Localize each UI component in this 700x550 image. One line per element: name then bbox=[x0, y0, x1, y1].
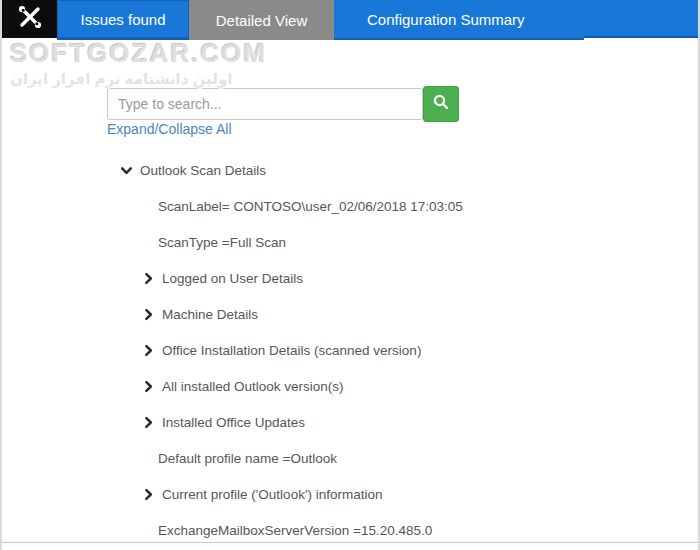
tree-item-machine-details[interactable]: Machine Details bbox=[142, 296, 258, 332]
tab-configuration-summary-label: Configuration Summary bbox=[367, 11, 525, 28]
search-icon bbox=[432, 93, 450, 115]
chevron-right-icon[interactable] bbox=[142, 344, 155, 357]
tree-item-label: Machine Details bbox=[162, 307, 258, 322]
tree-item-label: Installed Office Updates bbox=[162, 415, 305, 430]
tab-issues-found[interactable]: Issues found bbox=[57, 0, 189, 40]
tree-item-label: Current profile ('Outlook') information bbox=[162, 487, 383, 502]
chevron-right-icon[interactable] bbox=[142, 308, 155, 321]
chevron-down-icon[interactable] bbox=[120, 164, 133, 177]
tab-configuration-summary[interactable]: Configuration Summary bbox=[334, 0, 584, 40]
expand-collapse-all-link[interactable]: Expand/Collapse All bbox=[107, 121, 232, 137]
tools-icon bbox=[16, 3, 44, 35]
chevron-right-icon[interactable] bbox=[142, 380, 155, 393]
tree-item-label: All installed Outlook version(s) bbox=[162, 379, 344, 394]
tree-item-default-profile-name: Default profile name =Outlook bbox=[158, 440, 337, 476]
tree-item-label: ExchangeMailboxServerVersion =15.20.485.… bbox=[158, 523, 432, 538]
tree-item-outlook-scan-details[interactable]: Outlook Scan Details bbox=[120, 152, 266, 188]
bottom-divider bbox=[2, 542, 700, 543]
tree-item-logged-on-user-details[interactable]: Logged on User Details bbox=[142, 260, 303, 296]
tree-item-label: Default profile name =Outlook bbox=[158, 451, 337, 466]
chevron-right-icon[interactable] bbox=[142, 272, 155, 285]
tab-issues-found-label: Issues found bbox=[80, 11, 165, 28]
watermark-title: SOFTGOZAR.COM bbox=[10, 38, 267, 69]
chevron-right-icon[interactable] bbox=[142, 416, 155, 429]
tab-detailed-view[interactable]: Detailed View bbox=[189, 0, 334, 40]
tree-item-label: Office Installation Details (scanned ver… bbox=[162, 343, 421, 358]
tree-item-scantype: ScanType =Full Scan bbox=[158, 224, 286, 260]
tree-item-current-profile-information[interactable]: Current profile ('Outlook') information bbox=[142, 476, 383, 512]
tree-item-scanlabel: ScanLabel= CONTOSO\user_02/06/2018 17:03… bbox=[158, 188, 463, 224]
app-menu-button[interactable] bbox=[2, 0, 57, 38]
search-button[interactable] bbox=[423, 86, 459, 122]
chevron-right-icon[interactable] bbox=[142, 488, 155, 501]
tree-item-label: ScanType =Full Scan bbox=[158, 235, 286, 250]
tree-item-installed-office-updates[interactable]: Installed Office Updates bbox=[142, 404, 305, 440]
tree-item-office-installation-details[interactable]: Office Installation Details (scanned ver… bbox=[142, 332, 421, 368]
tab-bar: Issues found Detailed View Configuration… bbox=[2, 0, 700, 40]
watermark-subtitle: اولین دانشنامه نرم افزار ایران bbox=[10, 70, 267, 88]
tree-item-label: Logged on User Details bbox=[162, 271, 303, 286]
tree-item-label: ScanLabel= CONTOSO\user_02/06/2018 17:03… bbox=[158, 199, 463, 214]
tree-item-label: Outlook Scan Details bbox=[140, 163, 266, 178]
watermark: SOFTGOZAR.COM اولین دانشنامه نرم افزار ا… bbox=[10, 38, 267, 88]
tree-item-all-installed-outlook-versions[interactable]: All installed Outlook version(s) bbox=[142, 368, 344, 404]
search-input[interactable] bbox=[107, 88, 423, 120]
tab-detailed-view-label: Detailed View bbox=[216, 12, 307, 29]
app-window: Issues found Detailed View Configuration… bbox=[0, 0, 700, 550]
